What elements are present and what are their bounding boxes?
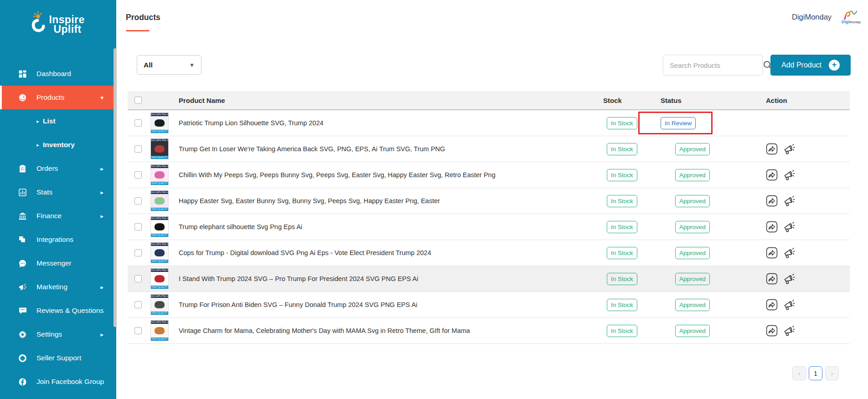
sidebar-scrollbar[interactable]	[114, 48, 117, 327]
sidebar-item-stats[interactable]: Stats ▸	[0, 180, 116, 204]
share-icon[interactable]	[766, 247, 778, 259]
sidebar-item-seller-support[interactable]: Seller Support	[0, 346, 116, 370]
table-row: SVG EPS PNG AI HIGH QUALITY Chillin With…	[128, 162, 850, 188]
sidebar-item-products[interactable]: Products ▾	[0, 86, 116, 109]
facebook-icon	[18, 378, 27, 386]
thumbnail-artwork	[155, 249, 165, 257]
promote-megaphone-icon[interactable]	[783, 325, 796, 337]
stock-badge: In Stock	[607, 143, 637, 155]
column-header-stock: Stock	[603, 97, 661, 104]
brand-line2: Uplift	[53, 24, 84, 35]
thumbnail-artwork	[155, 301, 165, 309]
thumbnail-artwork	[155, 171, 165, 179]
category-filter-dropdown[interactable]: All ▼	[137, 55, 202, 75]
row-checkbox[interactable]	[134, 145, 142, 153]
plus-icon: +	[829, 60, 840, 71]
select-all-checkbox[interactable]	[134, 97, 142, 104]
sidebar-item-join-facebook-group[interactable]: Join Facebook Group	[0, 370, 116, 394]
promote-megaphone-icon[interactable]	[783, 221, 796, 233]
title-underline	[126, 30, 150, 31]
product-name: Trump For Prison Anti Biden SVG – Funny …	[179, 301, 417, 308]
search-input[interactable]	[663, 61, 763, 69]
thumbnail-bottom-banner: HIGH QUALITY	[151, 312, 168, 315]
row-checkbox[interactable]	[134, 301, 142, 308]
sidebar-item-list[interactable]: ▸ List	[0, 109, 116, 133]
sidebar-item-dashboard[interactable]: Dashboard	[0, 62, 116, 86]
stock-badge: In Stock	[607, 325, 637, 337]
product-name: Vintage Charm for Mama, Celebrating Moth…	[179, 327, 470, 334]
promote-megaphone-icon[interactable]	[783, 143, 796, 155]
column-header-action: Action	[737, 97, 850, 104]
add-product-label: Add Product	[781, 61, 822, 69]
row-checkbox[interactable]	[134, 197, 142, 205]
sidebar: Inspire Uplift Dashboard Products ▾ ▸ Li…	[0, 0, 116, 399]
share-icon[interactable]	[766, 221, 778, 233]
share-icon[interactable]	[766, 299, 778, 311]
sidebar-item-settings[interactable]: Settings ▸	[0, 322, 116, 346]
promote-megaphone-icon[interactable]	[783, 247, 796, 259]
digimonday-logo-icon	[843, 10, 859, 20]
pagination-prev-button[interactable]: ‹	[792, 366, 806, 380]
share-icon[interactable]	[766, 273, 778, 285]
share-icon[interactable]	[766, 143, 778, 155]
row-checkbox[interactable]	[134, 119, 142, 127]
pagination-page-1-button[interactable]: 1	[809, 366, 822, 380]
promote-megaphone-icon[interactable]	[783, 195, 796, 207]
table-row: SVG EPS PNG AI HIGH QUALITY Trump elepha…	[128, 214, 850, 240]
product-thumbnail: SVG EPS PNG AI HIGH QUALITY	[150, 268, 169, 289]
table-row: SVG EPS PNG AI HIGH QUALITY Trump Get In…	[128, 136, 850, 162]
product-name: I Stand With Trump 2024 SVG – Pro Trump …	[179, 275, 418, 282]
product-thumbnail: SVG EPS PNG AI HIGH QUALITY	[150, 113, 169, 133]
thumbnail-artwork	[155, 275, 165, 283]
filter-selected-value: All	[144, 61, 153, 69]
share-icon[interactable]	[766, 169, 778, 181]
arrow-right-icon: ▸	[35, 142, 41, 148]
stock-badge: In Stock	[607, 273, 637, 285]
product-name: Trump elephant silhouette Svg Png Eps Ai	[179, 223, 302, 230]
table-body: SVG EPS PNG AI HIGH QUALITY Patriotic Tr…	[128, 110, 850, 344]
sidebar-item-orders[interactable]: Orders ▸	[0, 157, 116, 180]
table-row: SVG EPS PNG AI HIGH QUALITY Trump For Pr…	[128, 292, 850, 318]
product-thumbnail: SVG EPS PNG AI HIGH QUALITY	[150, 294, 169, 315]
row-checkbox[interactable]	[134, 171, 142, 179]
share-icon[interactable]	[766, 325, 778, 337]
thumbnail-artwork	[155, 223, 165, 231]
sidebar-item-finance[interactable]: Finance ▸	[0, 204, 116, 228]
orders-icon	[18, 165, 27, 173]
thumbnail-artwork	[155, 327, 165, 335]
sidebar-item-messenger[interactable]: Messenger	[0, 251, 116, 275]
store-name: DigiMonday	[792, 13, 832, 21]
row-checkbox[interactable]	[134, 249, 142, 256]
row-checkbox[interactable]	[134, 275, 142, 282]
sidebar-menu: Dashboard Products ▾ ▸ List ▸ Inventory …	[0, 62, 116, 394]
sidebar-item-inventory[interactable]: ▸ Inventory	[0, 133, 116, 157]
stock-badge: In Stock	[607, 195, 637, 207]
product-thumbnail: SVG EPS PNG AI HIGH QUALITY	[150, 242, 169, 263]
chevron-down-icon: ▾	[100, 94, 103, 101]
promote-megaphone-icon[interactable]	[783, 169, 796, 181]
stats-icon	[18, 189, 27, 196]
store-switcher[interactable]: DigiMonday DigiMonday	[792, 10, 861, 24]
add-product-button[interactable]: Add Product +	[770, 55, 851, 76]
share-icon[interactable]	[766, 195, 778, 207]
promote-megaphone-icon[interactable]	[783, 299, 796, 311]
status-badge: Approved	[675, 299, 710, 311]
promote-megaphone-icon[interactable]	[783, 273, 796, 285]
sidebar-item-reviews-questions[interactable]: *** Reviews & Questions	[0, 299, 116, 322]
product-name: Happy Easter Svg, Easter Bunny Svg, Bunn…	[179, 197, 440, 205]
thumbnail-artwork	[155, 145, 165, 153]
page-title: Products	[126, 13, 160, 22]
table-row: SVG EPS PNG AI HIGH QUALITY Cops for Tru…	[128, 240, 850, 266]
pagination-next-button[interactable]: ›	[825, 366, 839, 380]
sidebar-item-marketing[interactable]: Marketing ▸	[0, 275, 116, 299]
status-badge: Approved	[675, 169, 710, 181]
row-checkbox[interactable]	[134, 327, 142, 334]
chevron-right-icon: ▸	[100, 284, 103, 291]
status-badge: Approved	[675, 221, 710, 233]
sidebar-item-integrations[interactable]: Integrations	[0, 228, 116, 251]
thumbnail-top-banner: SVG EPS PNG AI	[151, 269, 168, 272]
row-checkbox[interactable]	[134, 223, 142, 230]
thumbnail-top-banner: SVG EPS PNG AI	[151, 191, 168, 194]
reviews-icon: ***	[18, 307, 27, 315]
product-thumbnail: SVG EPS PNG AI HIGH QUALITY	[150, 216, 169, 237]
